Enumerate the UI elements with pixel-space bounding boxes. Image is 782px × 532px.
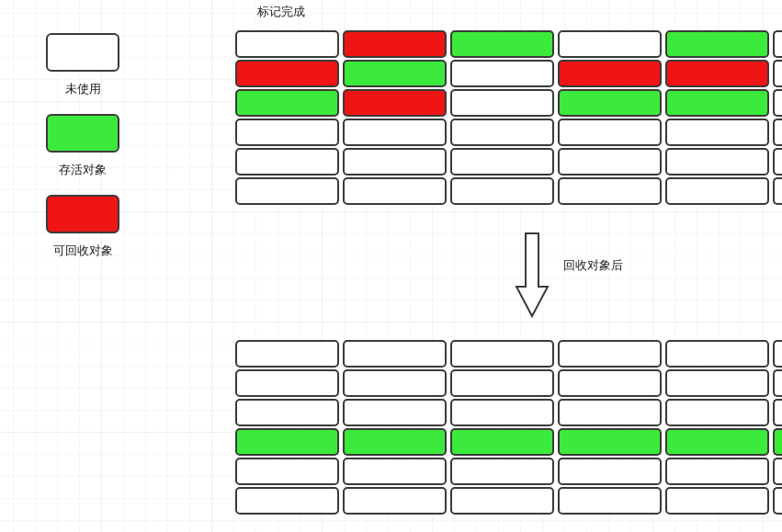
memory-cell (665, 89, 769, 117)
memory-row (235, 119, 782, 146)
memory-row (235, 340, 782, 368)
memory-cell (235, 60, 339, 87)
memory-cell (558, 148, 662, 175)
legend-label-alive: 存活对象 (28, 162, 138, 178)
legend-item-recyclable: 可回收对象 (28, 195, 138, 259)
memory-cell (343, 119, 447, 146)
memory-row (235, 458, 782, 485)
memory-cell (450, 89, 554, 117)
memory-cell (235, 148, 339, 175)
memory-cell (450, 119, 554, 146)
memory-row (235, 428, 782, 456)
memory-cell (235, 119, 339, 146)
memory-cell (773, 148, 782, 175)
memory-cell (450, 458, 554, 485)
memory-cell (450, 177, 554, 205)
memory-cell (558, 30, 662, 58)
memory-grid-before (235, 30, 782, 205)
memory-cell (773, 30, 782, 58)
memory-cell (450, 369, 554, 397)
memory-cell (343, 487, 447, 515)
memory-cell (558, 487, 662, 515)
memory-cell (665, 30, 769, 58)
memory-cell (343, 60, 447, 87)
memory-cell (773, 119, 782, 146)
memory-cell (343, 428, 447, 456)
memory-cell (450, 399, 554, 426)
memory-cell (343, 148, 447, 175)
memory-cell (665, 60, 769, 87)
arrow-down-icon (515, 232, 550, 320)
memory-cell (343, 369, 447, 397)
memory-cell (343, 30, 447, 58)
legend: 未使用 存活对象 可回收对象 (28, 33, 138, 276)
memory-row (235, 89, 782, 117)
memory-cell (773, 340, 782, 368)
caption-mark-complete: 标记完成 (257, 4, 305, 20)
memory-row (235, 60, 782, 87)
memory-cell (558, 177, 662, 205)
memory-cell (665, 399, 769, 426)
legend-label-recyclable: 可回收对象 (28, 243, 138, 259)
caption-after-collect: 回收对象后 (563, 257, 623, 274)
memory-cell (343, 399, 447, 426)
memory-cell (665, 119, 769, 146)
memory-row (235, 487, 782, 515)
memory-cell (773, 60, 782, 87)
swatch-alive (46, 114, 119, 153)
memory-cell (450, 340, 554, 368)
memory-cell (450, 428, 554, 456)
memory-cell (235, 428, 339, 456)
memory-cell (450, 487, 554, 515)
memory-cell (343, 340, 447, 368)
memory-row (235, 148, 782, 175)
memory-cell (343, 177, 447, 205)
memory-cell (665, 148, 769, 175)
legend-label-unused: 未使用 (28, 81, 138, 97)
memory-row (235, 177, 782, 205)
memory-cell (773, 89, 782, 117)
memory-cell (558, 89, 662, 117)
memory-cell (558, 428, 662, 456)
memory-cell (773, 487, 782, 515)
memory-cell (773, 458, 782, 485)
memory-cell (235, 177, 339, 205)
memory-row (235, 399, 782, 426)
memory-cell (665, 340, 769, 368)
memory-cell (773, 369, 782, 397)
memory-cell (665, 428, 769, 456)
memory-cell (665, 487, 769, 515)
memory-cell (558, 458, 662, 485)
memory-cell (450, 60, 554, 87)
memory-cell (235, 399, 339, 426)
memory-cell (773, 428, 782, 456)
memory-row (235, 30, 782, 58)
legend-item-unused: 未使用 (28, 33, 138, 97)
memory-cell (235, 369, 339, 397)
memory-cell (665, 458, 769, 485)
memory-cell (665, 369, 769, 397)
memory-cell (235, 89, 339, 117)
memory-cell (343, 458, 447, 485)
memory-cell (343, 89, 447, 117)
legend-item-alive: 存活对象 (28, 114, 138, 178)
memory-cell (235, 487, 339, 515)
memory-row (235, 369, 782, 397)
memory-cell (558, 369, 662, 397)
memory-cell (558, 340, 662, 368)
memory-cell (773, 399, 782, 426)
memory-cell (558, 119, 662, 146)
memory-cell (773, 177, 782, 205)
memory-cell (450, 148, 554, 175)
memory-cell (450, 30, 554, 58)
memory-cell (235, 458, 339, 485)
memory-cell (235, 340, 339, 368)
swatch-recyclable (46, 195, 119, 233)
memory-grid-after (235, 340, 782, 515)
memory-cell (665, 177, 769, 205)
memory-cell (235, 30, 339, 58)
memory-cell (558, 399, 662, 426)
swatch-unused (46, 33, 119, 72)
memory-cell (558, 60, 662, 87)
